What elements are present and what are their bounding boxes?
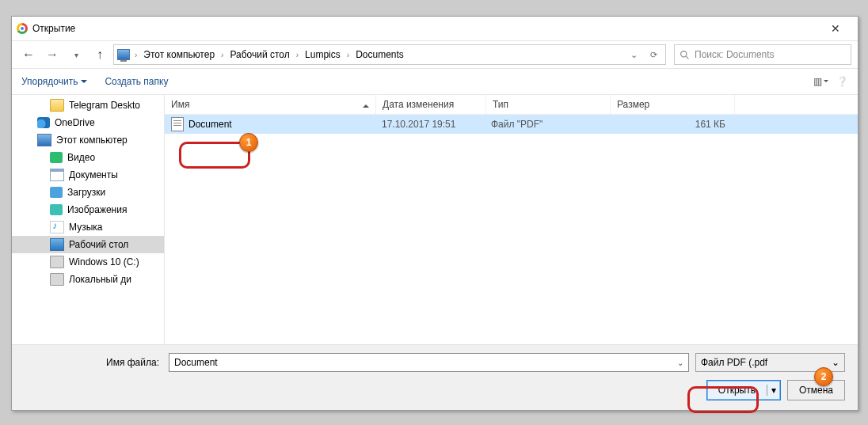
close-button[interactable]: ✕ xyxy=(818,17,853,40)
sidebar-item-label: OneDrive xyxy=(55,117,95,128)
chevron-down-icon: ⌄ xyxy=(832,357,839,368)
sidebar-item[interactable]: Telegram Deskto xyxy=(12,97,164,114)
drive-icon xyxy=(50,273,64,286)
search-placeholder: Поиск: Documents xyxy=(695,49,775,60)
badge-2: 2 xyxy=(814,367,833,386)
column-name[interactable]: Имя xyxy=(165,95,376,114)
footer: Имя файла: Document ⌄ Файл PDF (.pdf ⌄ О… xyxy=(12,344,858,410)
filename-input[interactable]: Document ⌄ xyxy=(169,353,689,372)
open-dropdown[interactable]: ▾ xyxy=(767,385,780,396)
file-date: 17.10.2017 19:51 xyxy=(375,119,485,130)
chevron-down-icon[interactable]: ⌄ xyxy=(677,359,683,367)
sidebar: Telegram DesktoOneDriveЭтот компьютерВид… xyxy=(12,95,165,344)
toolbar: Упорядочить Создать папку ▥ ❔ xyxy=(12,68,858,95)
sidebar-item[interactable]: Музыка xyxy=(12,218,164,236)
sidebar-item-label: Этот компьютер xyxy=(56,135,128,146)
file-list: Имя Дата изменения Тип Размер Document17… xyxy=(165,95,858,344)
column-size[interactable]: Размер xyxy=(611,95,735,114)
desktop-icon xyxy=(50,238,64,251)
chrome-icon xyxy=(17,23,28,34)
chevron-down-icon xyxy=(81,80,87,86)
video-icon xyxy=(50,152,63,163)
organize-menu[interactable]: Упорядочить xyxy=(21,76,87,87)
column-type[interactable]: Тип xyxy=(486,95,611,114)
breadcrumb-item[interactable]: Рабочий стол xyxy=(228,47,291,62)
open-button[interactable]: Открыть ▾ xyxy=(706,380,781,400)
sidebar-item[interactable]: OneDrive xyxy=(12,114,164,131)
filename-label: Имя файла: xyxy=(25,357,162,368)
breadcrumb-item[interactable]: Этот компьютер xyxy=(142,47,216,62)
file-name: Document xyxy=(188,119,232,130)
sidebar-item[interactable]: Видео xyxy=(12,149,164,166)
drive-icon xyxy=(50,256,64,268)
address-bar[interactable]: › Этот компьютер › Рабочий стол › Lumpic… xyxy=(113,44,666,65)
pc-icon xyxy=(37,134,51,146)
sidebar-item-label: Рабочий стол xyxy=(69,239,128,250)
search-icon xyxy=(680,50,690,60)
sidebar-item[interactable]: Windows 10 (C:) xyxy=(12,253,164,271)
new-folder-button[interactable]: Создать папку xyxy=(105,76,168,87)
sidebar-item-label: Изображения xyxy=(67,204,127,215)
chevron-right-icon: › xyxy=(295,51,300,59)
file-size: 161 КБ xyxy=(608,119,732,130)
back-button[interactable]: ← xyxy=(18,44,39,65)
open-dialog: Открытие ✕ ← → ▾ ↑ › Этот компьютер › Ра… xyxy=(11,16,858,411)
onedrive-icon xyxy=(37,117,50,128)
file-icon xyxy=(171,117,184,131)
badge-1: 1 xyxy=(239,133,258,152)
search-input[interactable]: Поиск: Documents xyxy=(674,44,851,65)
sidebar-item-label: Локальный ди xyxy=(69,274,131,285)
forward-button[interactable]: → xyxy=(42,44,63,65)
sort-asc-icon xyxy=(363,101,369,108)
music-icon xyxy=(50,221,64,233)
chevron-down-icon xyxy=(824,80,828,85)
pc-icon xyxy=(117,49,130,60)
sidebar-item[interactable]: Изображения xyxy=(12,201,164,218)
titlebar: Открытие ✕ xyxy=(12,17,858,41)
breadcrumb-item[interactable]: Documents xyxy=(354,47,405,62)
view-button[interactable]: ▥ xyxy=(813,76,828,87)
help-button[interactable]: ❔ xyxy=(836,76,848,87)
sidebar-item-label: Telegram Deskto xyxy=(69,100,140,111)
chevron-right-icon: › xyxy=(219,51,225,59)
breadcrumb-item[interactable]: Lumpics xyxy=(303,47,342,62)
sidebar-item[interactable]: Локальный ди xyxy=(12,271,164,288)
sidebar-item[interactable]: Рабочий стол xyxy=(12,236,164,253)
dl-icon xyxy=(50,187,63,198)
sidebar-item-label: Загрузки xyxy=(67,187,105,198)
chevron-right-icon: › xyxy=(133,51,139,59)
column-date[interactable]: Дата изменения xyxy=(376,95,486,114)
sidebar-item-label: Музыка xyxy=(69,222,102,233)
file-type: Файл "PDF" xyxy=(485,119,608,130)
sidebar-item-label: Windows 10 (C:) xyxy=(69,256,139,268)
sidebar-item[interactable]: Загрузки xyxy=(12,184,164,201)
folder-icon xyxy=(50,99,64,112)
refresh-button[interactable]: ⟳ xyxy=(645,50,662,60)
img-icon xyxy=(50,204,63,215)
address-dropdown[interactable]: ⌄ xyxy=(626,50,642,60)
chevron-right-icon: › xyxy=(345,51,351,59)
sidebar-item-label: Документы xyxy=(69,169,118,180)
sidebar-item[interactable]: Документы xyxy=(12,166,164,184)
svg-line-1 xyxy=(686,56,688,59)
up-button[interactable]: ↑ xyxy=(89,44,110,65)
window-title: Открытие xyxy=(32,23,818,34)
svg-point-0 xyxy=(681,51,687,56)
recent-dropdown[interactable]: ▾ xyxy=(66,44,86,65)
nav-row: ← → ▾ ↑ › Этот компьютер › Рабочий стол … xyxy=(12,41,858,68)
file-row[interactable]: Document17.10.2017 19:51Файл "PDF"161 КБ xyxy=(165,115,858,134)
sidebar-item-label: Видео xyxy=(67,152,95,163)
doc-icon xyxy=(50,169,64,181)
sidebar-item[interactable]: Этот компьютер xyxy=(12,131,164,149)
column-headers: Имя Дата изменения Тип Размер xyxy=(165,95,858,115)
